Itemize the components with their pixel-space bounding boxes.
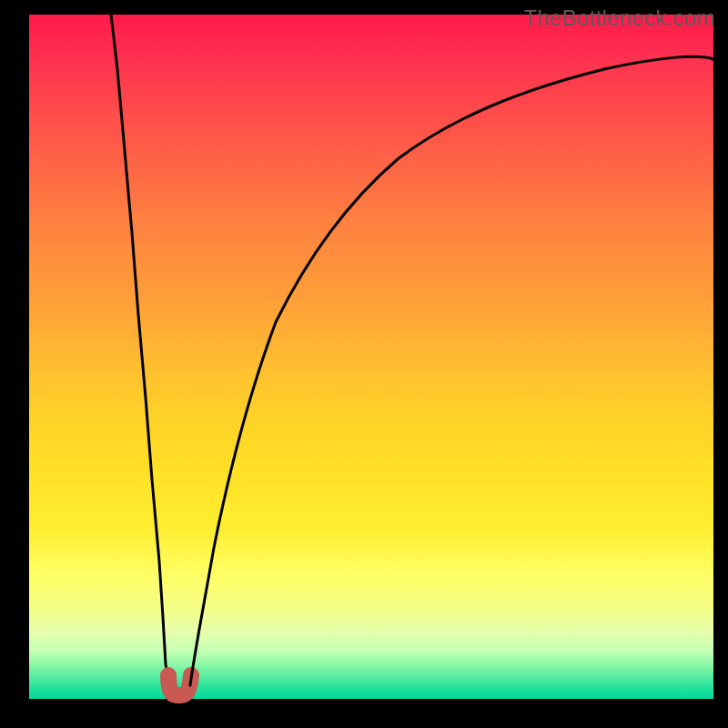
curve-left-arm (111, 15, 169, 685)
curve-minimum-nub (168, 675, 191, 695)
chart-frame: TheBottleneck.com (0, 0, 728, 728)
watermark-text: TheBottleneck.com (523, 5, 715, 31)
curve-right-arm (190, 56, 713, 685)
bottleneck-curve (29, 15, 713, 699)
